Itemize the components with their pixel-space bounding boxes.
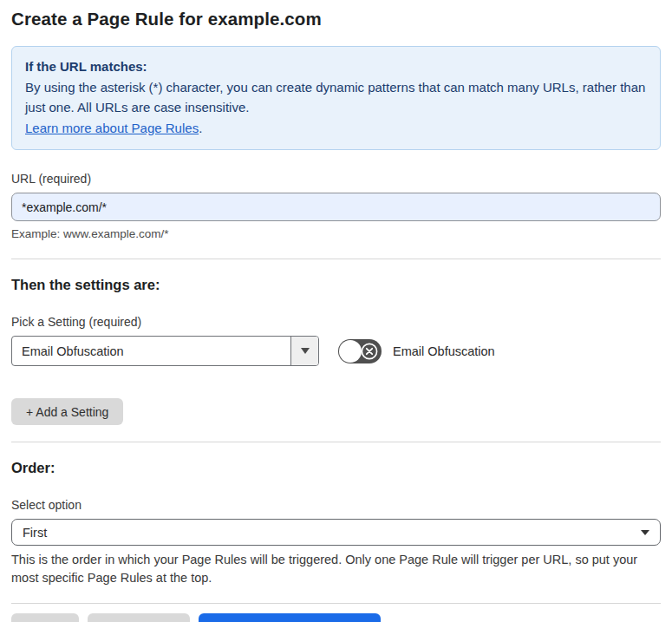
setting-select[interactable]: Email Obfuscation xyxy=(11,336,319,366)
info-box-link-line: Learn more about Page Rules. xyxy=(25,118,647,139)
email-obfuscation-toggle[interactable] xyxy=(338,339,382,363)
order-select-value: First xyxy=(23,526,47,540)
learn-more-link[interactable]: Learn more about Page Rules xyxy=(25,121,199,135)
toggle-knob xyxy=(339,340,362,363)
cancel-button[interactable]: Cancel xyxy=(11,613,79,622)
order-help-text: This is the order in which your Page Rul… xyxy=(11,551,657,587)
add-setting-button[interactable]: + Add a Setting xyxy=(11,398,123,425)
save-deploy-button[interactable]: Save and Deploy Page Rule xyxy=(199,613,381,622)
setting-select-value: Email Obfuscation xyxy=(12,337,290,365)
order-section-heading: Order: xyxy=(11,460,661,476)
email-obfuscation-toggle-group: Email Obfuscation xyxy=(338,339,495,363)
order-select[interactable]: First xyxy=(11,519,661,546)
settings-section-heading: Then the settings are: xyxy=(11,277,661,293)
divider xyxy=(11,259,661,259)
chevron-down-icon xyxy=(641,530,649,535)
url-match-info-box: If the URL matches: By using the asteris… xyxy=(11,46,661,150)
order-select-label: Select option xyxy=(11,498,661,512)
footer-actions: Cancel Save as Draft Save and Deploy Pag… xyxy=(11,613,661,622)
pick-setting-label: Pick a Setting (required) xyxy=(11,315,661,329)
url-example-text: Example: www.example.com/* xyxy=(11,227,661,240)
divider xyxy=(11,442,661,442)
toggle-off-x-icon xyxy=(361,343,378,360)
save-draft-button[interactable]: Save as Draft xyxy=(88,613,191,622)
info-box-body: By using the asterisk (*) character, you… xyxy=(25,77,647,118)
page-rule-form: Create a Page Rule for example.com If th… xyxy=(0,0,672,622)
page-title: Create a Page Rule for example.com xyxy=(11,9,661,29)
chevron-down-icon xyxy=(301,348,310,354)
url-input[interactable] xyxy=(11,193,661,221)
link-period: . xyxy=(199,121,202,135)
info-box-heading: If the URL matches: xyxy=(25,56,647,77)
setting-picker-row: Email Obfuscation Email Obfuscation xyxy=(11,336,661,366)
divider xyxy=(11,603,661,604)
url-field-label: URL (required) xyxy=(11,172,661,186)
setting-select-arrow-segment[interactable] xyxy=(290,337,318,365)
toggle-label: Email Obfuscation xyxy=(393,344,495,358)
